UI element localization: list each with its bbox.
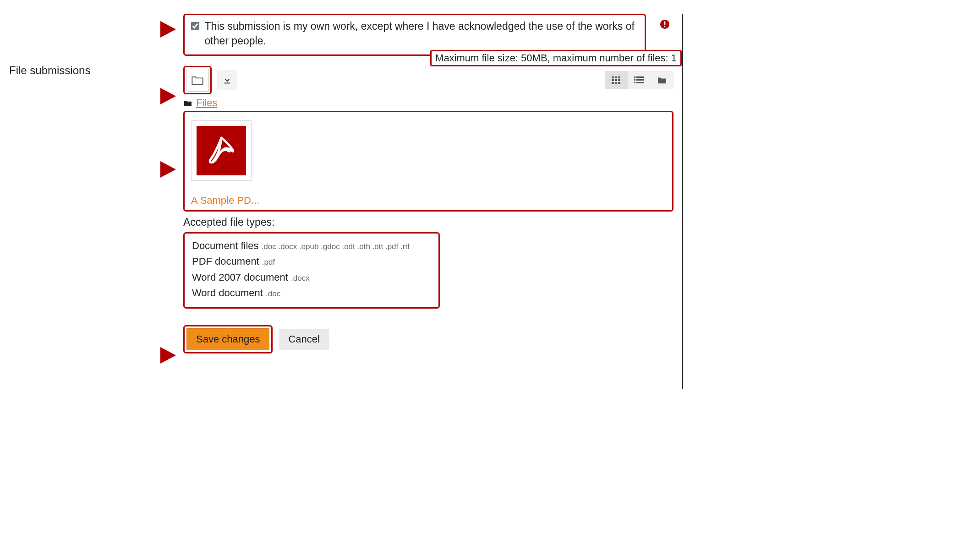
file-drop-area[interactable]: A Sample PD... [183, 111, 673, 212]
pdf-icon [197, 126, 246, 175]
declaration-text: This submission is my own work, except w… [205, 19, 638, 48]
breadcrumb: Files [183, 97, 682, 109]
file-toolbar [183, 66, 673, 94]
callout-arrow-icon [160, 161, 176, 178]
grid-icon [612, 76, 621, 84]
section-label: File submissions [9, 14, 183, 77]
declaration-checkbox[interactable] [191, 22, 199, 31]
add-file-button[interactable] [186, 69, 209, 92]
svg-rect-2 [664, 26, 666, 27]
svg-rect-14 [636, 76, 644, 78]
file-name: A Sample PD... [191, 195, 260, 207]
svg-rect-8 [615, 79, 617, 81]
accepted-type-row: Word document .doc [192, 285, 431, 301]
list-icon [634, 76, 644, 84]
cancel-button[interactable]: Cancel [279, 329, 328, 350]
view-tree-button[interactable] [651, 71, 673, 89]
callout-arrow-icon [160, 347, 176, 364]
view-grid-button[interactable] [605, 71, 628, 89]
svg-rect-10 [612, 82, 614, 84]
file-thumbnail [191, 120, 252, 181]
download-icon [222, 75, 232, 85]
svg-rect-16 [636, 79, 644, 81]
download-button[interactable] [217, 70, 237, 90]
svg-rect-7 [612, 79, 614, 81]
svg-rect-15 [634, 79, 635, 81]
svg-rect-9 [618, 79, 620, 81]
callout-arrow-icon [160, 88, 176, 104]
accepted-types-box: Document files .doc .docx .epub .gdoc .o… [183, 232, 440, 308]
accepted-type-row: Word 2007 document .docx [192, 270, 431, 285]
folder-solid-icon [657, 76, 667, 84]
required-icon [660, 19, 670, 29]
svg-rect-4 [612, 76, 614, 78]
accepted-type-row: Document files .doc .docx .epub .gdoc .o… [192, 238, 431, 254]
view-list-button[interactable] [628, 71, 651, 89]
svg-rect-17 [634, 82, 635, 83]
svg-rect-11 [615, 82, 617, 84]
accepted-types-label: Accepted file types: [183, 216, 682, 228]
file-limits-text: Maximum file size: 50MB, maximum number … [430, 50, 682, 66]
svg-rect-12 [618, 82, 620, 84]
svg-rect-6 [618, 76, 620, 78]
file-item[interactable]: A Sample PD... [191, 120, 260, 207]
folder-icon [191, 75, 204, 86]
svg-rect-5 [615, 76, 617, 78]
breadcrumb-files-link[interactable]: Files [196, 97, 217, 109]
callout-arrow-icon [160, 21, 176, 38]
accepted-type-row: PDF document .pdf [192, 254, 431, 269]
svg-rect-18 [636, 82, 644, 83]
svg-rect-13 [634, 76, 635, 78]
svg-rect-3 [224, 83, 230, 84]
folder-solid-icon [183, 99, 192, 107]
save-button[interactable]: Save changes [186, 328, 269, 350]
svg-rect-1 [664, 22, 666, 25]
